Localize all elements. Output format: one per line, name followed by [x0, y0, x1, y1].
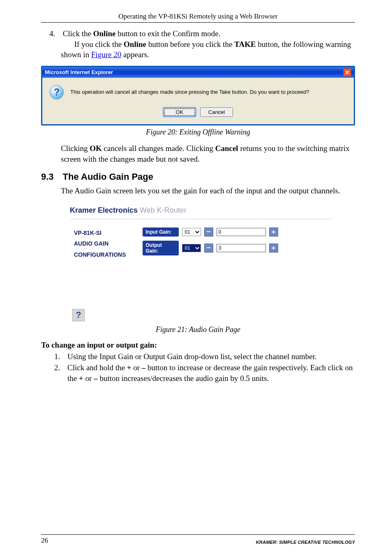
change-gain-heading: To change an input or output gain: [41, 341, 355, 350]
plus-bold: + [79, 374, 83, 383]
kramer-brand: Kramer Electronics [70, 206, 138, 214]
page-footer: 26 KRAMER: SIMPLE CREATIVE TECHNOLOGY [41, 534, 355, 545]
step-4-line2: If you click the Online button before yo… [61, 40, 351, 59]
step-4-marker: 4. [49, 28, 61, 39]
step-2-marker: 2. [54, 362, 67, 383]
change-gain-steps: 1. Using the Input Gain or Output Gain d… [54, 351, 355, 384]
change-step-1: 1. Using the Input Gain or Output Gain d… [54, 351, 355, 362]
ok-button[interactable]: OK [163, 107, 196, 117]
output-gain-label: Output Gain: [143, 241, 179, 255]
dialog-title-text: Microsoft Internet Explorer [45, 69, 113, 75]
input-gain-label: Input Gain: [143, 227, 179, 237]
section-intro: The Audio Gain screen lets you set the g… [61, 186, 355, 196]
text: or [83, 374, 94, 383]
step-4-line1: Click the Online button to exit the Conf… [63, 29, 221, 38]
text: cancels all changes made. Clicking [102, 144, 215, 153]
text: If you click the [74, 40, 124, 49]
input-gain-plus-button[interactable]: + [269, 227, 278, 237]
input-gain-row: Input Gain: 01 − + [143, 227, 278, 237]
text: Clicking [61, 144, 90, 153]
kramer-subtitle: Web K-Router [138, 206, 187, 214]
sidebar-item-configurations[interactable]: CONFIGURATIONS [74, 249, 126, 260]
question-icon: ? [50, 85, 64, 99]
input-gain-value[interactable] [217, 228, 266, 236]
step-1-marker: 1. [54, 351, 67, 362]
minus-bold: – [94, 374, 98, 383]
text: button to exit the Confirm mode. [116, 29, 221, 38]
output-gain-select[interactable]: 01 [182, 244, 201, 252]
text: or [131, 363, 141, 372]
gain-form: Input Gain: 01 − + Output Gain: 01 − + [143, 227, 278, 321]
figure-20-link[interactable]: Figure 20 [91, 50, 121, 59]
section-number: 9.3 [41, 172, 54, 182]
ok-bold: OK [90, 144, 102, 153]
take-bold: TAKE [234, 40, 256, 49]
output-gain-value[interactable] [217, 244, 266, 252]
change-step-2: 2. Click and hold the + or – button to i… [54, 362, 355, 383]
step-1-text: Using the Input Gain or Output Gain drop… [67, 351, 355, 362]
dialog-titlebar: Microsoft Internet Explorer ✕ [42, 67, 354, 78]
after-fig20-paragraph: Clicking OK cancels all changes made. Cl… [61, 143, 355, 164]
output-gain-minus-button[interactable]: − [204, 244, 213, 253]
audio-gain-screenshot: Kramer Electronics Web K-Router VP-81K-S… [70, 204, 333, 321]
kramer-header: Kramer Electronics Web K-Router [70, 204, 333, 219]
cancel-button[interactable]: Cancel [200, 107, 233, 117]
step-4: 4. Click the Online button to exit the C… [61, 28, 355, 60]
minus-bold: – [142, 363, 146, 372]
section-title: The Audio Gain Page [63, 172, 153, 182]
figure-20-caption: Figure 20: Exiting Offline Warning [41, 128, 355, 137]
close-icon[interactable]: ✕ [343, 68, 351, 77]
sidebar-item-vp81ksi[interactable]: VP-81K-SI [74, 227, 126, 239]
dialog-message: This operation will cancel all changes m… [70, 89, 309, 95]
text: Click the [63, 29, 93, 38]
ie-dialog: Microsoft Internet Explorer ✕ ? This ope… [41, 66, 355, 125]
step-2-text: Click and hold the + or – button to incr… [67, 362, 355, 383]
figure-21-caption: Figure 21: Audio Gain Page [41, 325, 355, 334]
page-number: 26 [41, 536, 48, 545]
input-gain-select[interactable]: 01 [182, 228, 201, 236]
input-gain-minus-button[interactable]: − [204, 227, 213, 237]
online-bold: Online [93, 29, 116, 38]
section-9-3-heading: 9.3 The Audio Gain Page [41, 172, 355, 182]
plus-bold: + [127, 363, 131, 372]
text: Click and hold the [67, 363, 127, 372]
text: button increases/decreases the audio gai… [98, 374, 269, 383]
text: button before you click the [146, 40, 234, 49]
output-gain-plus-button[interactable]: + [269, 244, 278, 253]
sidebar-item-audio-gain[interactable]: AUDIO GAIN [74, 238, 126, 249]
online-bold: Online [124, 40, 146, 49]
output-gain-row: Output Gain: 01 − + [143, 241, 278, 255]
cancel-bold: Cancel [215, 144, 238, 153]
kramer-sidebar: VP-81K-SI AUDIO GAIN CONFIGURATIONS [74, 227, 126, 321]
help-icon[interactable]: ? [72, 309, 85, 321]
footer-brand: KRAMER: SIMPLE CREATIVE TECHNOLOGY [256, 540, 355, 545]
text: appears. [121, 50, 149, 59]
running-header: Operating the VP-81KSi Remotely using a … [41, 12, 355, 23]
